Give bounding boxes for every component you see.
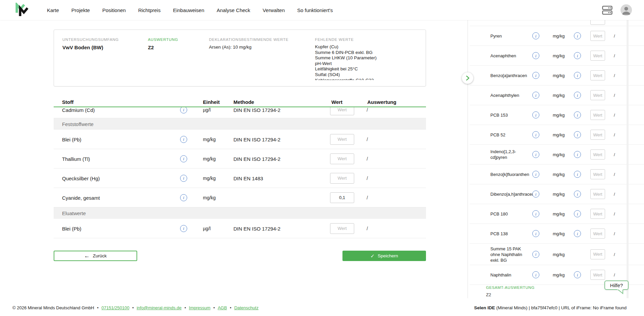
- substance-unit: mg/kg: [553, 53, 565, 58]
- info-icon[interactable]: i: [532, 112, 539, 119]
- wert-input[interactable]: [330, 134, 354, 145]
- wert-input[interactable]: [590, 130, 605, 140]
- check-icon: ✓: [370, 253, 375, 258]
- info-icon[interactable]: i: [574, 191, 581, 198]
- side-panel-list: Pyrenimg/kgi/Acenaphthenimg/kgi/Benzo[a]…: [470, 20, 644, 285]
- person-icon: [621, 4, 632, 16]
- info-icon[interactable]: i: [180, 194, 187, 201]
- info-icon[interactable]: i: [180, 136, 187, 143]
- auswertung-value: /: [614, 113, 615, 118]
- substance-unit: mg/kg: [203, 137, 216, 142]
- info-icon[interactable]: i: [574, 271, 581, 278]
- info-icon[interactable]: i: [532, 230, 539, 237]
- info-icon[interactable]: i: [574, 52, 581, 59]
- nav-item-positionen[interactable]: Positionen: [102, 7, 126, 13]
- info-icon[interactable]: i: [574, 171, 581, 178]
- wert-input[interactable]: [330, 107, 354, 115]
- nav-item-einbauweisen[interactable]: Einbauweisen: [173, 7, 204, 13]
- substance-method: DIN EN ISO 17294-2: [233, 107, 280, 113]
- wert-input[interactable]: [330, 173, 354, 184]
- wert-input[interactable]: [590, 270, 605, 280]
- footer-separator: •: [229, 305, 233, 310]
- wert-input[interactable]: [590, 110, 605, 120]
- info-icon[interactable]: i: [180, 107, 187, 113]
- footer-app-info: (Mineral Minds) | bfa75f47efc0 | URL of …: [495, 305, 627, 310]
- user-avatar[interactable]: [621, 4, 632, 16]
- info-icon[interactable]: i: [574, 230, 581, 237]
- wert-input[interactable]: [590, 149, 605, 160]
- footer-link-datenschutz[interactable]: Datenschutz: [234, 305, 258, 310]
- save-button-label: Speichern: [378, 253, 398, 258]
- info-icon[interactable]: i: [532, 271, 539, 278]
- substance-name: Blei (Pb): [62, 226, 82, 231]
- column-header-einheit: Einheit: [203, 99, 220, 105]
- substance-name: Thallium (Tl): [62, 156, 90, 162]
- nav-item-analyse-check[interactable]: Analyse Check: [217, 7, 250, 13]
- info-icon[interactable]: i: [532, 131, 539, 138]
- wert-input[interactable]: [590, 90, 605, 100]
- panel-scrollbar[interactable]: [627, 20, 629, 298]
- wert-input[interactable]: [590, 70, 605, 80]
- footer-link-info-mineral-minds-de[interactable]: info@mineral-minds.de: [137, 305, 181, 310]
- info-icon[interactable]: i: [532, 191, 539, 198]
- substance-name: Acenaphthylen: [490, 92, 532, 98]
- info-icon[interactable]: i: [574, 112, 581, 119]
- auswertung-value: /: [367, 226, 368, 231]
- back-button[interactable]: ← Zurück: [54, 251, 137, 261]
- footer-link-agb[interactable]: AGB: [218, 305, 227, 310]
- help-tooltip[interactable]: Hilfe?: [604, 280, 629, 290]
- info-icon[interactable]: i: [574, 72, 581, 79]
- wert-input[interactable]: [590, 20, 605, 25]
- wert-input[interactable]: [590, 229, 605, 239]
- fehlende-wert-item: Kupfer (Cu): [315, 44, 422, 50]
- info-icon[interactable]: i: [574, 33, 581, 40]
- expand-panel-button[interactable]: [462, 72, 473, 84]
- nav-item-verwalten[interactable]: Verwalten: [263, 7, 285, 13]
- info-icon[interactable]: i: [532, 92, 539, 99]
- panel-row-indeno-1-2-3-cd-pyren: Indeno[1,2,3-cd]pyrenimg/kgi/: [470, 145, 644, 165]
- substance-unit: mg/kg: [553, 152, 565, 157]
- info-icon[interactable]: i: [574, 131, 581, 138]
- wert-input[interactable]: [590, 51, 605, 61]
- nav-item-karte[interactable]: Karte: [47, 7, 59, 13]
- substance-unit: mg/kg: [553, 172, 565, 177]
- wert-input[interactable]: [590, 169, 605, 179]
- substance-unit: mg/kg: [203, 176, 216, 181]
- mineral-minds-logo[interactable]: [14, 3, 30, 18]
- server-icon[interactable]: [602, 6, 612, 15]
- info-icon[interactable]: i: [532, 171, 539, 178]
- wert-input[interactable]: [330, 223, 354, 234]
- info-icon[interactable]: i: [180, 225, 187, 232]
- column-header-methode: Methode: [233, 99, 254, 105]
- substance-unit: µg/l: [203, 107, 211, 113]
- auswertung-value: /: [614, 211, 615, 216]
- info-icon[interactable]: i: [532, 33, 539, 40]
- info-icon[interactable]: i: [574, 92, 581, 99]
- wert-input[interactable]: [590, 189, 605, 199]
- wert-input[interactable]: [590, 209, 605, 219]
- info-icon[interactable]: i: [532, 251, 539, 258]
- info-icon[interactable]: i: [532, 151, 539, 158]
- save-button[interactable]: ✓ Speichern: [342, 251, 426, 261]
- wert-input[interactable]: [330, 192, 354, 203]
- info-icon[interactable]: i: [180, 155, 187, 162]
- info-icon[interactable]: i: [532, 72, 539, 79]
- deklaration-value: Arsen (As): 10 mg/kg: [209, 45, 288, 50]
- nav-item-so-funktioniert-s[interactable]: So funktioniert's: [297, 7, 333, 13]
- footer-link-07151-250100[interactable]: 07151/250100: [101, 305, 129, 310]
- info-icon[interactable]: i: [574, 210, 581, 217]
- substance-unit: mg/kg: [553, 252, 565, 257]
- info-icon[interactable]: i: [180, 175, 187, 182]
- wert-input[interactable]: [590, 31, 605, 41]
- panel-row-acenaphthen: Acenaphthenimg/kgi/: [470, 46, 644, 66]
- nav-item-richtpreis[interactable]: Richtpreis: [138, 7, 161, 13]
- wert-input[interactable]: [590, 249, 605, 259]
- nav-item-projekte[interactable]: Projekte: [71, 7, 90, 13]
- substance-table-body: Cadmium (Cd)iµg/lDIN EN ISO 17294-2/Fest…: [54, 107, 426, 241]
- wert-input[interactable]: [330, 153, 354, 164]
- footer-link-impressum[interactable]: Impressum: [189, 305, 210, 310]
- info-icon[interactable]: i: [574, 151, 581, 158]
- info-icon[interactable]: i: [532, 210, 539, 217]
- footer-separator: •: [131, 305, 135, 310]
- info-icon[interactable]: i: [532, 52, 539, 59]
